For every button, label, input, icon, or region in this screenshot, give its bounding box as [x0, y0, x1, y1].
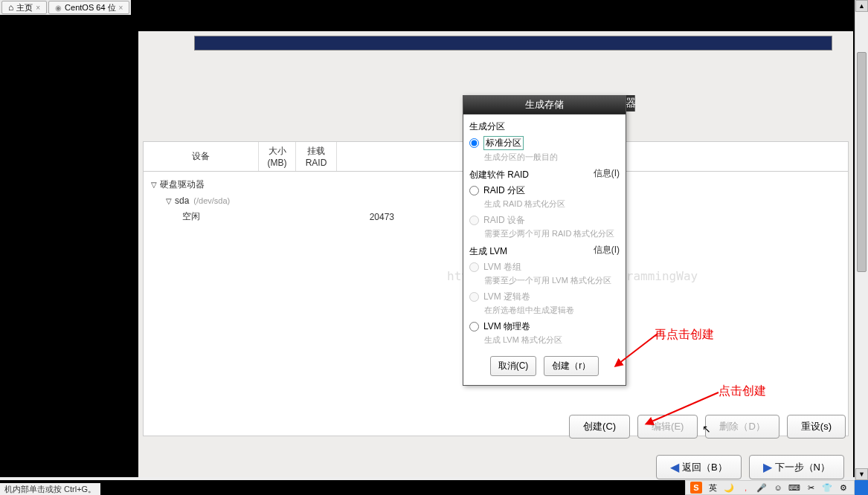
svg-line-1 [619, 334, 658, 363]
free-size: 20473 [370, 212, 394, 222]
radio-lvm-lv-input [469, 292, 479, 302]
section-raid: 创建软件 RAID 信息(I) [469, 166, 620, 183]
nav-buttons: ◀ 返回（B） ▶ 下一步（N） [656, 455, 844, 479]
home-icon [8, 2, 13, 13]
back-label: 返回（B） [682, 461, 727, 474]
radio-lvm-vg-label: LVM 卷组 [483, 261, 521, 274]
svg-line-3 [650, 392, 718, 422]
modal-body: 生成分区 标准分区 生成分区的一般目的 创建软件 RAID 信息(I) RAID… [463, 114, 626, 385]
radio-standard-input[interactable] [469, 138, 479, 148]
keyboard-icon[interactable]: ⌨ [788, 482, 800, 494]
hint-raid-part: 生成 RAID 格式化分区 [469, 198, 620, 210]
face-icon[interactable]: ☺ [772, 482, 784, 494]
scroll-down-icon[interactable]: ▼ [855, 468, 868, 480]
col-device: 设备 [144, 142, 259, 171]
gear-icon[interactable]: ⚙ [838, 482, 849, 494]
tab-home-label: 主页 [16, 2, 33, 13]
info-link-lvm[interactable]: 信息(I) [594, 244, 620, 256]
tab-bar: 主页 × CentOS 64 位 × [0, 0, 131, 15]
moon-icon[interactable]: 🌙 [723, 482, 735, 494]
cursor-icon: ↖ [702, 423, 711, 435]
hint-standard: 生成分区的一般目的 [469, 152, 620, 163]
reset-button[interactable]: 重设(s) [787, 415, 846, 439]
radio-raid-part[interactable]: RAID 分区 [469, 183, 620, 198]
scrollbar-vertical[interactable]: ▲ ▼ [855, 0, 868, 480]
radio-lvm-pv[interactable]: LVM 物理卷 [469, 319, 620, 334]
arrow-right-icon: ▶ [763, 460, 772, 474]
radio-raid-part-input[interactable] [469, 186, 479, 195]
hint-lvm-vg: 需要至少一个可用 LVM 格式化分区 [469, 275, 620, 286]
annotation-2: 点击创建 [718, 384, 766, 399]
col-mount: 挂载 RAID [296, 142, 337, 171]
ime-toolbar[interactable]: S 英 🌙 ， 🎤 ☺ ⌨ ✂ 👕 ⚙ [685, 480, 855, 495]
annotation-1: 再点击创建 [655, 327, 714, 343]
cancel-button[interactable]: 取消(C) [490, 356, 537, 376]
modal-title: 生成存储 [463, 96, 626, 114]
hint-lvm-pv: 生成 LVM 格式化分区 [469, 334, 620, 346]
close-icon[interactable]: × [119, 4, 123, 12]
radio-lvm-pv-label: LVM 物理卷 [483, 320, 530, 333]
radio-lvm-lv: LVM 逻辑卷 [469, 289, 620, 305]
radio-standard-label: 标准分区 [483, 136, 524, 150]
section-partition: 生成分区 [469, 117, 620, 135]
radio-raid-dev-label: RAID 设备 [483, 214, 525, 227]
radio-raid-dev: RAID 设备 [469, 213, 620, 228]
radio-raid-part-label: RAID 分区 [483, 184, 525, 197]
tab-centos[interactable]: CentOS 64 位 × [48, 1, 129, 14]
radio-raid-dev-input [469, 216, 479, 225]
next-label: 下一步（N） [775, 461, 830, 474]
sda-label: sda [175, 195, 189, 206]
disc-icon [55, 3, 62, 12]
next-button[interactable]: ▶ 下一步（N） [749, 455, 844, 479]
hint-raid-dev: 需要至少两个可用 RAID 格式化分区 [469, 228, 620, 239]
sogou-icon[interactable]: S [690, 482, 702, 494]
create-c-button[interactable]: 创建(C) [569, 415, 630, 439]
scissors-icon[interactable]: ✂ [805, 482, 817, 494]
scroll-thumb[interactable] [857, 52, 867, 272]
system-tray[interactable] [855, 480, 868, 495]
lang-icon[interactable]: 英 [707, 482, 718, 494]
radio-standard[interactable]: 标准分区 [469, 135, 620, 152]
hdd-label: 硬盘驱动器 [160, 178, 205, 191]
banner [194, 36, 832, 51]
chevron-down-icon[interactable]: ▽ [166, 197, 175, 205]
vm-display: 设备 大小 (MB) 挂载 RAID ▽ 硬盘驱动器 ▽ sda [0, 15, 853, 480]
installer-window: 设备 大小 (MB) 挂载 RAID ▽ 硬盘驱动器 ▽ sda [138, 31, 853, 480]
arrow-left-icon: ◀ [670, 460, 679, 474]
tab-centos-label: CentOS 64 位 [65, 2, 115, 13]
scroll-up-icon[interactable]: ▲ [855, 0, 868, 12]
status-bar: 机内部单击或按 Ctrl+G。 [0, 483, 100, 495]
radio-lvm-lv-label: LVM 逻辑卷 [483, 291, 530, 303]
radio-lvm-pv-input[interactable] [469, 322, 479, 331]
create-storage-modal: 生成存储 生成分区 标准分区 生成分区的一般目的 创建软件 RAID 信息(I)… [463, 95, 626, 386]
arrow-2 [644, 386, 726, 431]
mic-icon[interactable]: 🎤 [756, 482, 768, 494]
radio-lvm-vg-input [469, 262, 479, 272]
radio-lvm-vg: LVM 卷组 [469, 259, 620, 275]
col-size: 大小 (MB) [259, 142, 296, 171]
title-overflow: 器 [626, 95, 635, 111]
hint-lvm-lv: 在所选卷组中生成逻辑卷 [469, 305, 620, 316]
tab-home[interactable]: 主页 × [1, 1, 47, 14]
modal-buttons: 取消(C) 创建（r） [469, 349, 620, 379]
close-icon[interactable]: × [36, 4, 40, 12]
back-button[interactable]: ◀ 返回（B） [656, 455, 742, 479]
sda-path: (/dev/sda) [193, 196, 230, 205]
section-lvm: 生成 LVM 信息(I) [469, 242, 620, 259]
skin-icon[interactable]: 👕 [821, 482, 833, 494]
free-label: 空闲 [182, 210, 200, 223]
chevron-down-icon[interactable]: ▽ [151, 181, 160, 189]
info-link-raid[interactable]: 信息(I) [594, 167, 620, 180]
create-button[interactable]: 创建（r） [544, 356, 599, 376]
